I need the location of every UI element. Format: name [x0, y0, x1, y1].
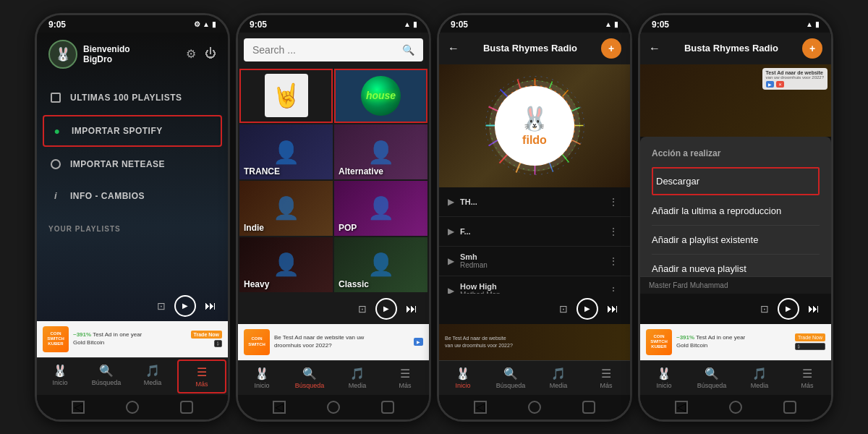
cast-icon-4[interactable]: ⊡ [760, 303, 769, 315]
cast-icon-1[interactable]: ⊡ [157, 300, 166, 312]
avatar: 🐰 [48, 40, 77, 69]
nav-mas-4[interactable]: ☰ Más [783, 361, 831, 395]
genre-tile-trance[interactable]: 👤 TRANCE [239, 124, 333, 179]
album-art-3: 🐰 fildo [439, 64, 630, 187]
more-icon-s4[interactable]: ⋮ [605, 282, 621, 294]
menu-item-playlists[interactable]: ULTIMAS 100 PLAYLISTS [37, 82, 228, 114]
settings-icon[interactable]: ⚙ [186, 47, 196, 61]
add-playlist-label: Añadir a playlist existente [652, 234, 758, 245]
netease-label: IMPORTAR NETEASE [70, 159, 165, 169]
recents-btn-2[interactable] [381, 401, 394, 414]
ad-close-4[interactable]: ✕ [776, 81, 784, 88]
ad-btn-4[interactable]: ▶ [766, 81, 774, 88]
back-btn-3[interactable]: ← [448, 42, 459, 55]
ad-cta-2[interactable]: ▶ [414, 338, 423, 346]
home-btn-4[interactable] [729, 401, 742, 414]
recents-btn-1[interactable] [180, 401, 193, 414]
back-btn-4s[interactable]: ◁ [675, 401, 688, 414]
back-btn-4[interactable]: ← [649, 42, 660, 55]
recents-btn-4[interactable] [783, 401, 796, 414]
play-button-2[interactable]: ▶ [375, 298, 397, 320]
genre-tile-house[interactable]: house [334, 69, 427, 124]
nav-media-label-2: Media [349, 382, 367, 389]
nav-inicio-4[interactable]: 🐰 Inicio [640, 361, 688, 395]
nav-media-1[interactable]: 🎵 Media [129, 358, 176, 395]
menu-item-netease[interactable]: IMPORTAR NETEASE [37, 148, 228, 180]
fildo-logo-3: 🐰 fildo [495, 86, 574, 166]
genre-tile-heavy[interactable]: 👤 Heavy [239, 237, 333, 292]
power-icon[interactable]: ⏻ [205, 47, 216, 61]
descargar-label: Descargar [656, 176, 699, 187]
next-button-1[interactable]: ⏭ [205, 299, 216, 312]
search-bar[interactable]: 🔍 [244, 38, 423, 61]
song-item-3[interactable]: ▶ Smh Redman ⋮ [439, 247, 630, 276]
nav-busqueda-4[interactable]: 🔍 Búsqueda [688, 361, 736, 395]
add-btn-3[interactable]: + [601, 38, 621, 59]
nav-inicio-3[interactable]: 🐰 Inicio [439, 361, 487, 395]
nav-media-4[interactable]: 🎵 Media [736, 361, 783, 395]
song-item-4[interactable]: ▶ How High Method Man ⋮ [439, 276, 630, 294]
next-button-4[interactable]: ⏭ [808, 302, 820, 315]
nav-busqueda-label-4: Búsqueda [697, 382, 727, 389]
trade-now-btn[interactable]: Trade Now [191, 331, 222, 339]
genre-tile-indie[interactable]: 👤 Indie [239, 181, 333, 236]
bottom-song-bar: Master Fard Muhammad [640, 276, 831, 294]
nav-busqueda-3[interactable]: 🔍 Búsqueda [487, 361, 535, 395]
action-add-playlist[interactable]: Añadir a playlist existente [652, 226, 820, 255]
back-btn-1[interactable]: ◁ [72, 401, 85, 414]
play-button-4[interactable]: ▶ [778, 298, 799, 320]
search-input[interactable] [252, 44, 396, 56]
more-icon-s3[interactable]: ⋮ [605, 252, 621, 270]
your-playlists-label: YOUR PLAYLISTS [37, 218, 228, 236]
song-list-3: ▶ TH... ⋮ ▶ F... ⋮ ▶ Smh [439, 187, 630, 294]
nav-inicio-2[interactable]: 🐰 Inicio [238, 361, 286, 395]
radio-header-3: ← Busta Rhymes Radio + [439, 33, 630, 64]
action-descargar[interactable]: Descargar [652, 167, 820, 195]
fildo-inner: 🐰 fildo [520, 105, 549, 147]
add-btn-4[interactable]: + [802, 38, 822, 59]
genre-tile-alternative[interactable]: 👤 Alternative [334, 124, 427, 179]
more-icon-s1[interactable]: ⋮ [605, 193, 621, 210]
cast-icon-2[interactable]: ⊡ [358, 303, 367, 315]
menu-item-info[interactable]: i INFO - CAMBIOS [37, 180, 228, 212]
nav-mas-2[interactable]: ☰ Más [381, 361, 429, 395]
play-button-3[interactable]: ▶ [576, 298, 598, 320]
phone-3: 9:05 ▲ ▮ ← Busta Rhymes Radio + [437, 13, 632, 422]
nav-mas-1[interactable]: ☰ Más [177, 359, 226, 393]
nav-media-2[interactable]: 🎵 Media [333, 361, 381, 395]
home-btn-3[interactable] [528, 401, 541, 414]
new-playlist-label: Añadir a nueva playlist [652, 263, 746, 274]
action-new-playlist[interactable]: Añadir a nueva playlist [652, 255, 820, 276]
back-btn-2[interactable]: ◁ [273, 401, 286, 414]
svg-line-4 [549, 82, 552, 89]
cast-icon-3[interactable]: ⊡ [559, 303, 568, 315]
settings-icon-1: ⚙ [194, 20, 200, 28]
nav-media-label-3: Media [550, 382, 568, 389]
song-item-1[interactable]: ▶ TH... ⋮ [439, 187, 630, 217]
genre-tile-classic[interactable]: 👤 Classic [334, 237, 427, 292]
next-button-2[interactable]: ⏭ [406, 302, 417, 315]
song-item-2[interactable]: ▶ F... ⋮ [439, 217, 630, 247]
wifi-icon-3: ▲ [605, 20, 612, 28]
home-btn-1[interactable] [126, 401, 139, 414]
song-title-1: TH... [460, 197, 605, 206]
more-icon-s2[interactable]: ⋮ [605, 223, 621, 240]
nav-busqueda-1[interactable]: 🔍 Búsqueda [83, 358, 129, 395]
nav-inicio-1[interactable]: 🐰 Inicio [37, 358, 83, 395]
search-icon-nav-4: 🔍 [705, 367, 719, 380]
recents-btn-3[interactable] [582, 401, 595, 414]
nav-busqueda-2[interactable]: 🔍 Búsqueda [286, 361, 333, 395]
action-add-last[interactable]: Añadir la ultima a reproduccion [652, 197, 820, 226]
home-btn-2[interactable] [327, 401, 340, 414]
search-icon-1: 🔍 [99, 364, 114, 378]
trade-now-btn-4[interactable]: Trade Now [795, 333, 825, 341]
next-button-3[interactable]: ⏭ [607, 302, 618, 315]
genre-tile-pop[interactable]: 👤 POP [334, 181, 427, 236]
mas-icon-2: ☰ [400, 367, 410, 380]
nav-mas-3[interactable]: ☰ Más [582, 361, 630, 395]
menu-item-spotify[interactable]: ● IMPORTAR SPOTIFY [43, 115, 222, 147]
back-btn-3s[interactable]: ◁ [474, 401, 487, 414]
nav-media-3[interactable]: 🎵 Media [535, 361, 582, 395]
genre-tile-rock[interactable]: 🤘 [239, 69, 333, 124]
play-button-1[interactable]: ▶ [174, 295, 196, 317]
